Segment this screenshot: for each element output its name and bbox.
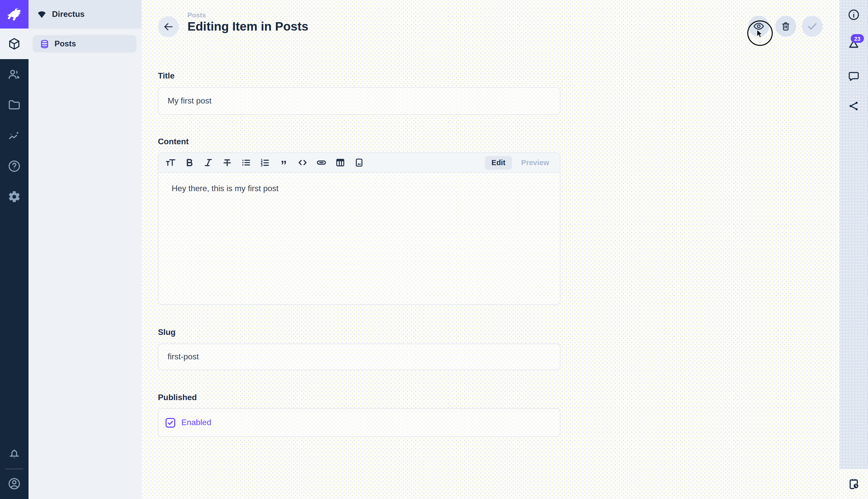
nav-sidebar: Directus Posts <box>28 0 142 499</box>
folder-icon <box>8 98 21 112</box>
sidebar-item-label: Posts <box>54 39 76 48</box>
module-files[interactable] <box>0 90 28 120</box>
breadcrumb[interactable]: Posts <box>187 11 206 19</box>
published-checkbox-label[interactable]: Enabled <box>181 418 211 427</box>
account-button[interactable] <box>0 468 28 499</box>
svg-text:3: 3 <box>261 163 263 167</box>
title-value: My first post <box>167 96 211 106</box>
people-icon <box>8 68 21 81</box>
slug-input[interactable]: first-post <box>158 343 560 370</box>
published-label: Published <box>158 393 197 402</box>
box-icon <box>8 37 21 50</box>
arrow-left-icon <box>163 21 174 32</box>
clipboard-clock-icon[interactable] <box>847 478 860 490</box>
fan-icon <box>37 9 47 20</box>
numbered-list-button[interactable]: 123 <box>259 157 271 169</box>
right-sidebar <box>840 0 868 469</box>
save-button[interactable] <box>802 16 823 37</box>
editor-toolbar: 123 ” Edit Preview <box>159 153 560 173</box>
slug-label: Slug <box>158 328 176 337</box>
content-label: Content <box>158 137 189 146</box>
sidebar-fold <box>840 469 868 499</box>
share-icon[interactable] <box>847 100 860 112</box>
module-bar <box>0 0 28 499</box>
database-icon <box>40 39 49 49</box>
trash-icon <box>780 21 791 32</box>
notifications-button[interactable] <box>0 438 28 469</box>
bell-icon <box>8 447 21 460</box>
format-size-button[interactable] <box>165 157 177 169</box>
info-icon[interactable] <box>847 9 860 21</box>
editor-mode-tabs: Edit Preview <box>485 156 556 170</box>
app-window: Directus Posts Posts Editing Item in Pos… <box>0 0 868 499</box>
sidebar-item-posts[interactable]: Posts <box>33 35 137 52</box>
gear-icon <box>8 190 21 203</box>
link-button[interactable] <box>315 157 328 169</box>
project-header[interactable]: Directus <box>28 0 142 28</box>
module-content[interactable] <box>0 28 28 59</box>
insights-icon <box>8 129 21 142</box>
blockquote-button[interactable]: ” <box>278 157 290 169</box>
module-settings[interactable] <box>0 181 28 212</box>
comments-icon[interactable] <box>847 70 860 82</box>
module-help[interactable] <box>0 151 28 181</box>
strikethrough-button[interactable] <box>221 157 233 169</box>
image-button[interactable] <box>353 157 365 169</box>
cursor-pointer-icon <box>755 29 764 39</box>
directus-logo[interactable] <box>0 0 28 28</box>
code-button[interactable] <box>297 157 309 169</box>
bold-button[interactable] <box>184 157 196 169</box>
project-name: Directus <box>52 10 85 19</box>
back-button[interactable] <box>158 16 179 37</box>
published-checkbox[interactable] <box>165 418 175 427</box>
title-label: Title <box>158 71 175 81</box>
tab-preview[interactable]: Preview <box>515 156 556 170</box>
slug-value: first-post <box>167 352 199 361</box>
title-input[interactable]: My first post <box>158 87 560 115</box>
table-button[interactable] <box>334 157 347 169</box>
content-textarea[interactable]: Hey there, this is my first post <box>159 173 560 204</box>
revisions-count-badge: 23 <box>851 34 864 43</box>
check-icon <box>806 20 818 32</box>
tab-edit[interactable]: Edit <box>485 156 512 170</box>
delete-button[interactable] <box>775 16 796 37</box>
avatar-icon <box>8 477 21 490</box>
content-value: Hey there, this is my first post <box>172 184 279 193</box>
module-insights[interactable] <box>0 120 28 151</box>
bulleted-list-button[interactable] <box>240 157 252 169</box>
help-icon <box>8 160 21 173</box>
italic-button[interactable] <box>202 157 214 169</box>
published-field: Enabled <box>158 408 560 437</box>
rabbit-icon <box>5 5 23 23</box>
page-title: Editing Item in Posts <box>187 20 309 34</box>
module-users[interactable] <box>0 59 28 90</box>
content-editor: 123 ” Edit Preview Hey there, this is my… <box>158 153 560 305</box>
